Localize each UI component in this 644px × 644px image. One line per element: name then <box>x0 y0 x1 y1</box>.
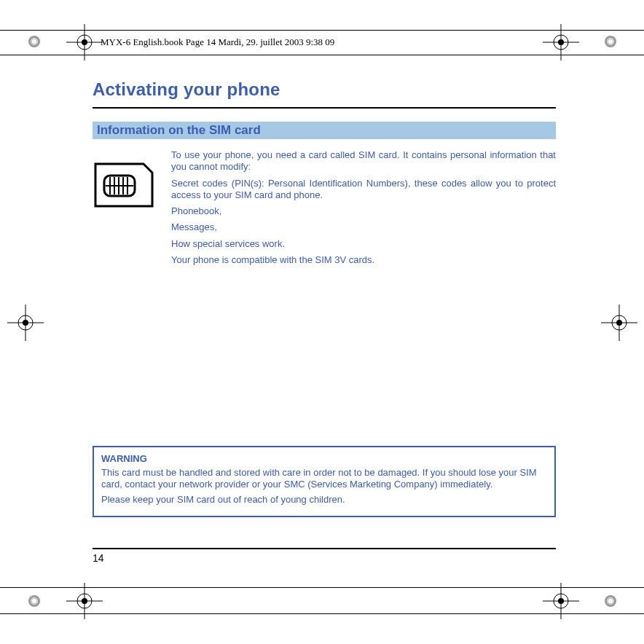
crop-mark-icon <box>543 583 579 619</box>
sim-card-icon <box>93 149 155 212</box>
registration-ring-icon <box>27 34 42 49</box>
crop-mark-icon <box>543 24 579 60</box>
svg-point-34 <box>607 597 614 605</box>
page-content: Activating your phone Information on the… <box>93 79 556 270</box>
registration-ring-icon <box>27 594 42 608</box>
svg-point-10 <box>558 39 564 45</box>
svg-point-21 <box>616 320 622 326</box>
svg-point-32 <box>558 598 564 604</box>
page-title: Activating your phone <box>93 79 556 100</box>
body-paragraph: Secret codes (PIN(s): Personal Identific… <box>171 178 556 202</box>
crop-mark-icon <box>7 305 44 341</box>
crop-mark-icon <box>66 583 103 619</box>
body-paragraph: Your phone is compatible with the SIM 3V… <box>171 254 556 266</box>
warning-paragraph: Please keep your SIM card out of reach o… <box>101 494 547 506</box>
svg-point-28 <box>82 598 87 604</box>
crop-mark-icon <box>601 305 637 341</box>
bottom-rule <box>93 548 556 549</box>
registration-ring-icon <box>603 34 618 49</box>
page-number: 14 <box>93 552 104 564</box>
warning-paragraph: This card must be handled and stored wit… <box>101 467 547 491</box>
warning-box: WARNING This card must be handled and st… <box>93 446 556 517</box>
registration-ring-icon <box>603 594 618 608</box>
warning-title: WARNING <box>101 453 547 464</box>
body-paragraph: How special services work. <box>171 238 556 250</box>
body-paragraph: Messages, <box>171 221 556 233</box>
svg-point-12 <box>607 38 614 45</box>
svg-point-23 <box>31 597 38 605</box>
svg-point-1 <box>31 38 38 45</box>
body-paragraph: To use your phone, you need a card calle… <box>171 149 556 173</box>
svg-point-17 <box>23 320 28 326</box>
title-rule <box>93 107 556 109</box>
svg-point-6 <box>82 39 87 45</box>
sim-info-row: To use your phone, you need a card calle… <box>93 149 556 270</box>
page: MYX-6 English.book Page 14 Mardi, 29. ju… <box>0 0 644 644</box>
crop-mark-icon <box>66 24 103 60</box>
body-paragraph: Phonebook, <box>171 205 556 217</box>
running-head: MYX-6 English.book Page 14 Mardi, 29. ju… <box>101 36 334 48</box>
section-heading: Information on the SIM card <box>93 122 556 139</box>
body-text: To use your phone, you need a card calle… <box>171 149 556 270</box>
